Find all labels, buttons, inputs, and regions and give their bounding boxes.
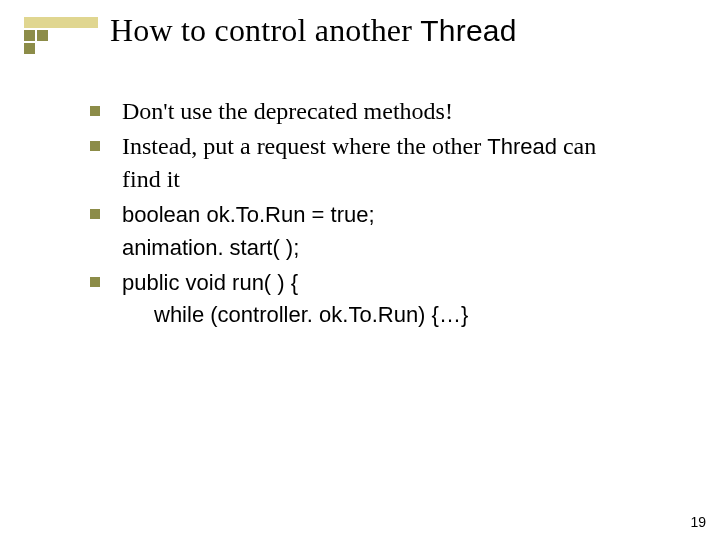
page-number: 19: [690, 514, 706, 530]
line: while (controller. ok.To.Run) {…}: [154, 302, 468, 327]
list-item: public void run( ) { while (controller. …: [90, 266, 665, 331]
line: can: [557, 133, 596, 159]
list-item: boolean ok.To.Run = true; animation. sta…: [90, 198, 665, 263]
list-item-text: boolean ok.To.Run = true; animation. sta…: [122, 198, 375, 263]
title-text-2: Thread: [420, 14, 516, 47]
list-item: Instead, put a request where the other T…: [90, 130, 665, 195]
list-item: Don't use the deprecated methods!: [90, 95, 665, 127]
line: Instead, put a request where the other: [122, 133, 487, 159]
title-text-1: How to control another: [110, 12, 420, 48]
bullet-list: Don't use the deprecated methods! Instea…: [90, 95, 665, 334]
page-title: How to control another Thread: [110, 12, 517, 49]
line: find it: [122, 166, 180, 192]
list-item-text: public void run( ) { while (controller. …: [122, 266, 468, 331]
list-item-text: Instead, put a request where the other T…: [122, 130, 596, 195]
line: Don't use the deprecated methods!: [122, 98, 453, 124]
line: animation. start( );: [122, 235, 299, 260]
bullet-icon: [90, 209, 100, 219]
bullet-icon: [90, 141, 100, 151]
line: public void run( ) {: [122, 270, 298, 295]
bullet-icon: [90, 106, 100, 116]
line-mono: Thread: [487, 134, 557, 159]
title-decoration: [24, 17, 99, 51]
bullet-icon: [90, 277, 100, 287]
line: boolean ok.To.Run = true;: [122, 202, 375, 227]
list-item-text: Don't use the deprecated methods!: [122, 95, 453, 127]
